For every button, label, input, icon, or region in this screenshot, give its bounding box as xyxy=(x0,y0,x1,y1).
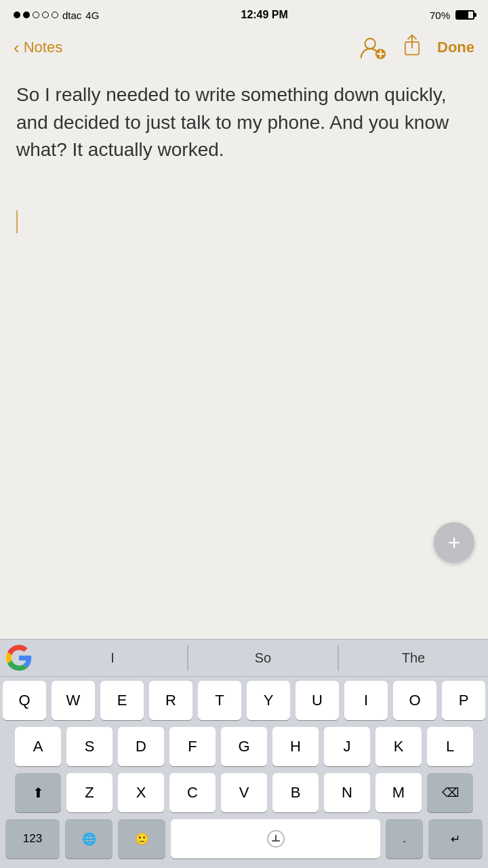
numbers-key[interactable]: 123 xyxy=(5,819,60,859)
key-h[interactable]: H xyxy=(272,727,319,766)
carrier-name: dtac xyxy=(62,9,81,21)
suggestion-2[interactable]: So xyxy=(188,645,338,671)
autocomplete-suggestions: I So The xyxy=(38,645,488,671)
network-type: 4G xyxy=(85,9,99,21)
key-z[interactable]: Z xyxy=(66,773,113,812)
nav-actions: Done xyxy=(359,33,474,62)
status-right: 70% xyxy=(430,9,474,21)
shift-key[interactable]: ⬆ xyxy=(15,773,61,812)
key-f[interactable]: F xyxy=(169,727,216,766)
key-v[interactable]: V xyxy=(221,773,267,812)
return-key[interactable]: ↵ xyxy=(428,819,483,859)
signal-dot-3 xyxy=(33,12,39,18)
key-row-3: ⬆ Z X C V B N M ⌫ xyxy=(3,773,485,812)
signal-dot-1 xyxy=(14,12,20,18)
signal-dot-2 xyxy=(23,12,30,18)
signal-dots xyxy=(14,12,58,18)
emoji-key[interactable]: 🙂 xyxy=(118,819,165,859)
svg-point-0 xyxy=(365,39,375,49)
key-w[interactable]: W xyxy=(52,681,95,720)
key-row-1: Q W E R T Y U I O P xyxy=(3,681,485,720)
key-k[interactable]: K xyxy=(375,727,422,766)
battery-icon xyxy=(455,10,474,20)
text-cursor xyxy=(16,210,18,233)
key-n[interactable]: N xyxy=(324,773,370,812)
keyboard: I So The Q W E R T Y U I O P A S D F G H xyxy=(0,639,488,868)
key-q[interactable]: Q xyxy=(3,681,46,720)
key-l[interactable]: L xyxy=(427,727,473,766)
done-button[interactable]: Done xyxy=(437,39,474,56)
backspace-key[interactable]: ⌫ xyxy=(427,773,473,812)
globe-key[interactable]: 🌐 xyxy=(65,819,113,859)
key-e[interactable]: E xyxy=(100,681,144,720)
period-key[interactable]: . xyxy=(386,819,423,859)
key-j[interactable]: J xyxy=(324,727,370,766)
google-logo xyxy=(0,639,38,677)
key-i[interactable]: I xyxy=(344,681,388,720)
key-b[interactable]: B xyxy=(272,773,319,812)
signal-dot-5 xyxy=(52,12,58,18)
suggestion-3[interactable]: The xyxy=(338,645,488,671)
battery-percent: 70% xyxy=(430,9,450,21)
note-content[interactable]: So I really needed to write something do… xyxy=(0,68,488,339)
note-text: So I really needed to write something do… xyxy=(16,81,472,164)
space-key[interactable] xyxy=(171,819,380,859)
plus-icon: + xyxy=(448,532,461,553)
key-r[interactable]: R xyxy=(149,681,192,720)
status-time: 12:49 PM xyxy=(241,9,287,21)
key-p[interactable]: P xyxy=(442,681,485,720)
key-m[interactable]: M xyxy=(375,773,422,812)
signal-dot-4 xyxy=(42,12,49,18)
status-bar: dtac 4G 12:49 PM 70% xyxy=(0,0,488,27)
key-g[interactable]: G xyxy=(221,727,267,766)
key-y[interactable]: Y xyxy=(247,681,290,720)
key-a[interactable]: A xyxy=(15,727,61,766)
autocomplete-bar: I So The xyxy=(0,639,488,677)
key-row-2: A S D F G H J K L xyxy=(3,727,485,766)
key-row-bottom: 123 🌐 🙂 . ↵ xyxy=(3,819,485,859)
key-u[interactable]: U xyxy=(296,681,339,720)
key-t[interactable]: T xyxy=(198,681,241,720)
nav-bar: ‹ Notes Done xyxy=(0,27,488,68)
add-person-button[interactable] xyxy=(359,33,387,62)
key-x[interactable]: X xyxy=(118,773,164,812)
share-button[interactable] xyxy=(401,34,424,62)
battery-fill xyxy=(457,12,468,18)
key-d[interactable]: D xyxy=(118,727,164,766)
status-left: dtac 4G xyxy=(14,9,99,21)
back-button[interactable]: ‹ Notes xyxy=(14,39,62,56)
key-o[interactable]: O xyxy=(393,681,436,720)
key-c[interactable]: C xyxy=(169,773,216,812)
suggestion-1[interactable]: I xyxy=(38,645,187,671)
chevron-left-icon: ‹ xyxy=(14,39,20,56)
back-label: Notes xyxy=(24,39,62,56)
keyboard-rows: Q W E R T Y U I O P A S D F G H J K L ⬆ … xyxy=(0,677,488,861)
key-s[interactable]: S xyxy=(66,727,113,766)
add-content-button[interactable]: + xyxy=(434,522,474,563)
